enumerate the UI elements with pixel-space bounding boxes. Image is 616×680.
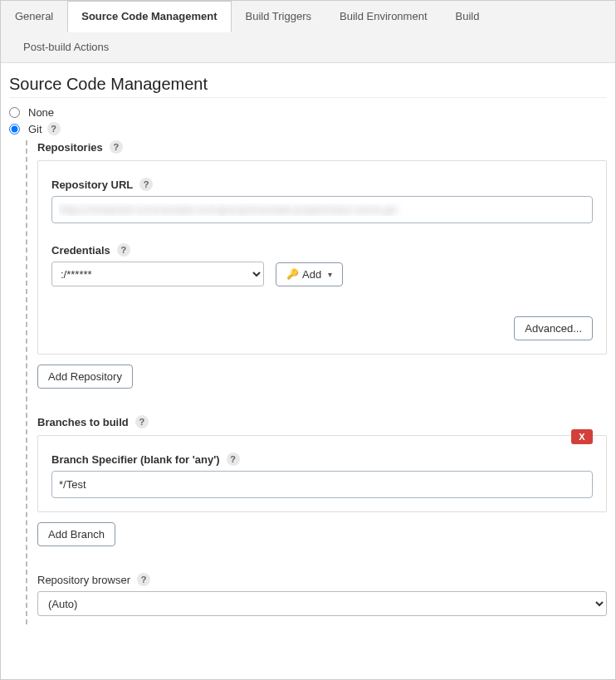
tab-scm[interactable]: Source Code Management (67, 1, 231, 32)
key-icon: 🔑 (286, 268, 299, 280)
tab-build[interactable]: Build (442, 1, 494, 32)
delete-branch-button[interactable]: X (571, 429, 593, 444)
add-credentials-label: Add (302, 268, 321, 281)
credentials-select[interactable]: :/****** (51, 262, 264, 286)
repositories-label: Repositories (37, 141, 103, 154)
help-icon[interactable]: ? (139, 178, 153, 191)
page-title: Source Code Management (9, 75, 607, 94)
help-icon[interactable]: ? (110, 140, 123, 154)
repo-browser-select[interactable]: (Auto) (37, 591, 607, 616)
branch-panel: X Branch Specifier (blank for 'any') ? (37, 435, 607, 512)
help-icon[interactable]: ? (47, 122, 61, 135)
config-tabs: General Source Code Management Build Tri… (1, 1, 615, 63)
tab-build-environment[interactable]: Build Environment (325, 1, 442, 32)
help-icon[interactable]: ? (117, 243, 130, 257)
branches-label: Branches to build (37, 416, 129, 428)
tab-build-triggers[interactable]: Build Triggers (232, 1, 325, 32)
add-repository-button[interactable]: Add Repository (37, 364, 133, 389)
credentials-label: Credentials (51, 244, 110, 257)
branch-specifier-label: Branch Specifier (blank for 'any') (51, 453, 220, 466)
repository-panel: Repository URL ? Credentials ? :/****** … (37, 160, 607, 355)
tab-post-build[interactable]: Post-build Actions (9, 32, 123, 62)
scm-git-radio[interactable] (9, 124, 20, 135)
help-icon[interactable]: ? (137, 573, 150, 586)
add-branch-button[interactable]: Add Branch (37, 522, 115, 546)
scm-none-radio[interactable] (9, 107, 20, 118)
repo-browser-label: Repository browser (37, 574, 130, 586)
advanced-button[interactable]: Advanced... (514, 316, 593, 340)
branch-specifier-input[interactable] (51, 471, 593, 498)
add-credentials-button[interactable]: 🔑 Add (276, 262, 343, 286)
repo-url-label: Repository URL (51, 179, 133, 191)
scm-git-label: Git (28, 123, 42, 135)
scm-none-label: None (28, 106, 54, 119)
divider (9, 97, 607, 98)
help-icon[interactable]: ? (227, 453, 240, 466)
repo-url-input[interactable] (51, 196, 593, 223)
help-icon[interactable]: ? (135, 415, 149, 428)
tab-general[interactable]: General (1, 1, 67, 32)
